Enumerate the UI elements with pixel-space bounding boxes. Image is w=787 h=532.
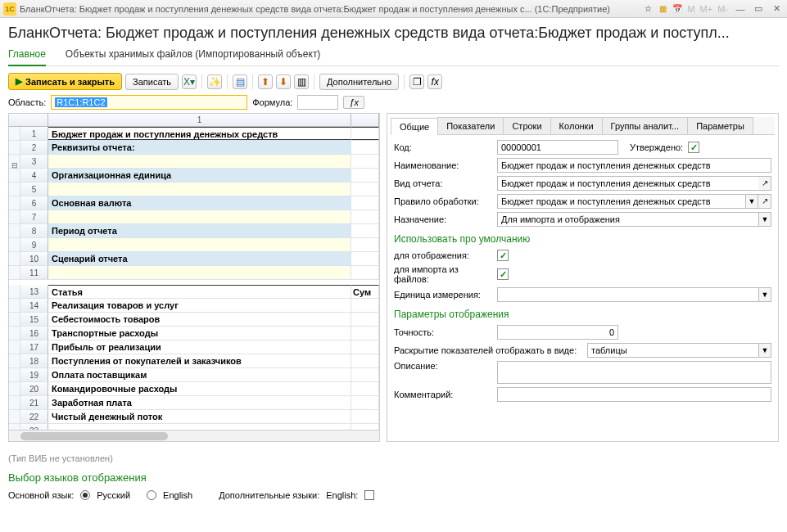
for-display-label: для отображения:	[394, 250, 492, 260]
sheet-row[interactable]: 13СтатьяСум	[9, 285, 379, 299]
sheet-row[interactable]: 16Транспортные расходы	[9, 327, 379, 340]
wand-icon[interactable]: ✨	[207, 74, 222, 89]
sheet-row[interactable]: 22Чистый денежный поток	[9, 410, 379, 424]
sheet-row[interactable]: 18Поступления от покупателей и заказчико…	[9, 354, 379, 368]
prop-tab[interactable]: Общие	[391, 118, 438, 135]
precision-label: Точность:	[394, 327, 492, 337]
import-icon[interactable]: ⬆	[258, 74, 273, 89]
sheet-row[interactable]: 15Себестоимость товаров	[9, 313, 379, 327]
prop-tab[interactable]: Показатели	[437, 117, 504, 134]
radio-english[interactable]	[147, 490, 156, 500]
sheet-row[interactable]: 1Бюджет продаж и поступления денежных ср…	[9, 127, 379, 141]
purpose-dropdown-icon[interactable]: ▼	[758, 212, 771, 227]
sheet-row[interactable]: 3	[9, 155, 379, 169]
prop-tab[interactable]: Колонки	[550, 117, 603, 134]
prop-tab[interactable]: Параметры	[687, 117, 753, 134]
tree-collapse-icon[interactable]: ⊟	[11, 161, 18, 169]
minimize-button[interactable]: —	[733, 2, 748, 16]
purpose-input[interactable]	[497, 212, 758, 227]
star-icon[interactable]: ☆	[641, 2, 654, 16]
fx-icon[interactable]: fx	[427, 74, 442, 89]
unfold-label: Раскрытие показателей отображать в виде:	[394, 345, 582, 355]
sheet-row[interactable]: 9	[9, 238, 379, 252]
type-label: Вид отчета:	[394, 178, 492, 188]
sheet-row[interactable]: 5	[9, 183, 379, 196]
tab-objects[interactable]: Объекты хранимых файлов (Импортированный…	[66, 48, 321, 65]
unit-dropdown-icon[interactable]: ▼	[758, 287, 771, 302]
formula-label: Формула:	[252, 97, 292, 107]
hint-text: (Тип ВИБ не установлен)	[8, 453, 779, 463]
window-titlebar: 1C БланкОтчета: Бюджет продаж и поступле…	[0, 0, 787, 18]
spreadsheet[interactable]: 1 ⊟ 1Бюджет продаж и поступления денежны…	[8, 113, 380, 442]
page-title: БланкОтчета: Бюджет продаж и поступления…	[8, 25, 779, 42]
sheet-row[interactable]: 6Основная валюта	[9, 196, 379, 210]
sheet-row[interactable]: 8Период отчета	[9, 224, 379, 238]
checkbox-english-extra[interactable]	[364, 490, 374, 500]
area-label: Область:	[8, 97, 46, 107]
radio-russian[interactable]	[80, 490, 90, 500]
horizontal-scrollbar[interactable]	[9, 430, 379, 441]
copy-icon[interactable]: ❐	[409, 74, 424, 89]
comment-input[interactable]	[497, 387, 771, 402]
unfold-input[interactable]	[587, 343, 758, 358]
maximize-button[interactable]: ▭	[751, 2, 766, 16]
save-button[interactable]: Записать	[125, 74, 179, 90]
memory-mminus[interactable]: M-	[717, 4, 728, 14]
calc-icon[interactable]: ▦	[656, 2, 669, 16]
main-lang-label: Основной язык:	[8, 490, 74, 500]
formula-input[interactable]	[297, 95, 338, 110]
tab-main[interactable]: Главное	[8, 48, 46, 66]
area-input[interactable]: R1C1:R1C2	[51, 95, 247, 110]
sheet-row[interactable]: 21Заработная плата	[9, 396, 379, 410]
type-input[interactable]	[497, 176, 758, 191]
sheet-row[interactable]: 10Сценарий отчета	[9, 252, 379, 266]
prop-tab[interactable]: Строки	[503, 117, 550, 134]
window-title: БланкОтчета: Бюджет продаж и поступления…	[20, 4, 641, 14]
sheet-row[interactable]: 23	[9, 424, 379, 430]
name-label: Наименование:	[394, 160, 492, 170]
code-input[interactable]	[497, 140, 618, 155]
sheet-row[interactable]: 17Прибыль от реализации	[9, 340, 379, 354]
calendar-icon[interactable]: 📅	[671, 2, 684, 16]
unit-input[interactable]	[497, 287, 758, 302]
prop-tab[interactable]: Группы аналит...	[602, 117, 689, 134]
for-import-checkbox[interactable]: ✓	[497, 268, 509, 280]
sheet-row[interactable]: 7	[9, 210, 379, 224]
rule-dropdown-icon[interactable]: ▼	[745, 194, 758, 209]
approved-checkbox[interactable]: ✓	[688, 142, 699, 153]
defaults-header: Использовать про умолчанию	[394, 233, 771, 245]
name-input[interactable]	[497, 158, 771, 173]
export-icon[interactable]: ⬇	[276, 74, 291, 89]
toolbar: ▶Записать и закрыть Записать X▾ ✨ ▤ ⬆ ⬇ …	[8, 73, 779, 90]
sheet-row[interactable]: 19Оплата поставщикам	[9, 368, 379, 382]
nav-tabs: Главное Объекты хранимых файлов (Импорти…	[8, 48, 779, 66]
precision-input[interactable]	[497, 325, 618, 340]
doc-icon[interactable]: ▥	[294, 74, 309, 89]
sheet-row[interactable]: 2Реквизиты отчета:	[9, 141, 379, 155]
sheet-row[interactable]: 14Реализация товаров и услуг	[9, 299, 379, 313]
rule-label: Правило обработки:	[394, 196, 492, 206]
purpose-label: Назначение:	[394, 214, 492, 224]
sheet-icon[interactable]: ▤	[233, 74, 247, 89]
sheet-row[interactable]: 4Организационная единица	[9, 169, 379, 183]
sheet-row[interactable]: 20Командировочные расходы	[9, 382, 379, 396]
rule-open-icon[interactable]: ↗	[758, 194, 771, 209]
close-button[interactable]: ✕	[769, 2, 784, 16]
sheet-row[interactable]: 11	[9, 266, 379, 280]
lang-ru-label: Русский	[97, 490, 130, 500]
fx-button[interactable]: ƒx	[343, 96, 364, 109]
memory-m[interactable]: M	[687, 4, 694, 14]
lang-en-label: English	[163, 490, 192, 500]
unfold-dropdown-icon[interactable]: ▼	[758, 343, 771, 358]
rule-input[interactable]	[497, 194, 745, 209]
save-close-button[interactable]: ▶Записать и закрыть	[8, 73, 122, 90]
col-header-1[interactable]: 1	[48, 114, 351, 126]
unit-label: Единица измерения:	[394, 290, 492, 300]
comment-label: Комментарий:	[394, 390, 492, 399]
type-open-icon[interactable]: ↗	[758, 176, 771, 191]
more-button[interactable]: Дополнительно	[319, 74, 399, 90]
for-display-checkbox[interactable]: ✓	[497, 250, 509, 261]
memory-mplus[interactable]: M+	[700, 4, 713, 14]
desc-input[interactable]	[497, 361, 771, 384]
excel-icon[interactable]: X▾	[182, 74, 197, 89]
